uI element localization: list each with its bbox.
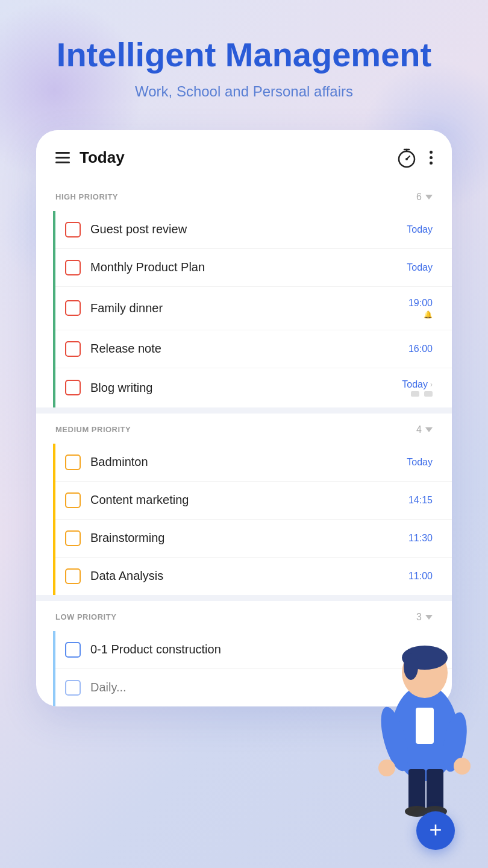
svg-point-4 [405, 158, 408, 160]
medium-priority-count[interactable]: 4 [416, 424, 433, 435]
table-row[interactable]: Data Analysis 11:00 [55, 558, 452, 595]
task-name: Daily... [90, 681, 127, 694]
task-time: 14:15 [408, 495, 433, 505]
phone-header: Today [36, 130, 452, 181]
task-checkbox[interactable] [65, 341, 81, 357]
task-checkbox[interactable] [65, 300, 81, 316]
task-checkbox[interactable] [65, 568, 81, 584]
task-name: Family dinner [90, 301, 163, 315]
medium-priority-header: MEDIUM PRIORITY 4 [36, 414, 452, 444]
timer-icon[interactable] [396, 147, 418, 169]
task-checkbox[interactable] [65, 642, 81, 658]
task-time: 11:30 [408, 533, 433, 543]
high-priority-header: HIGH PRIORITY 6 [36, 181, 452, 211]
add-task-fab-button[interactable]: + [416, 811, 455, 850]
task-name: Badminton [90, 455, 148, 469]
task-name: Blog writing [90, 381, 152, 395]
task-checkbox[interactable] [65, 680, 81, 696]
svg-rect-16 [427, 769, 443, 811]
high-priority-section: HIGH PRIORITY 6 Guest post review Today [36, 181, 452, 407]
app-sub-title: Work, School and Personal affairs [24, 83, 464, 100]
hamburger-menu-button[interactable] [55, 152, 70, 163]
table-row[interactable]: Family dinner 19:00 🔔 [55, 287, 452, 330]
table-row[interactable]: Guest post review Today [55, 211, 452, 249]
task-checkbox[interactable] [65, 380, 81, 395]
task-checkbox[interactable] [65, 260, 81, 275]
svg-rect-10 [416, 708, 434, 744]
high-priority-list: Guest post review Today Monthly Product … [53, 211, 452, 407]
app-main-title: Intelligent Management [24, 36, 464, 74]
subtask-icon [411, 391, 419, 397]
task-time: 16:00 [408, 344, 433, 354]
task-name: Release note [90, 342, 161, 356]
task-date: Today [407, 224, 433, 234]
table-row[interactable]: Blog writing Today › [55, 368, 452, 407]
table-row[interactable]: Content marketing 14:15 [55, 482, 452, 520]
task-name: Monthly Product Plan [90, 260, 205, 274]
task-checkbox[interactable] [65, 530, 81, 546]
high-priority-label: HIGH PRIORITY [55, 192, 118, 201]
task-name: 0-1 Product construction [90, 643, 221, 656]
table-row[interactable]: Badminton Today [55, 444, 452, 482]
task-name: Brainstorming [90, 531, 164, 545]
task-checkbox[interactable] [65, 454, 81, 470]
alarm-icon: 🔔 [424, 310, 433, 319]
task-name: Guest post review [90, 222, 187, 236]
task-date: Today [402, 379, 428, 390]
person-figure [361, 612, 488, 820]
task-date: Today [407, 262, 433, 272]
task-date: Today [407, 457, 433, 467]
high-priority-chevron[interactable] [425, 195, 433, 200]
more-options-button[interactable] [430, 151, 433, 165]
table-row[interactable]: Monthly Product Plan Today [55, 249, 452, 287]
task-checkbox[interactable] [65, 492, 81, 508]
medium-priority-section: MEDIUM PRIORITY 4 Badminton Today [36, 414, 452, 595]
svg-point-9 [404, 653, 418, 680]
section-divider [36, 407, 452, 414]
task-name: Data Analysis [90, 569, 163, 583]
section-divider [36, 595, 452, 601]
task-name: Content marketing [90, 493, 189, 507]
medium-priority-list: Badminton Today Content marketing 14:15 [53, 444, 452, 595]
svg-point-13 [378, 760, 395, 776]
table-row[interactable]: Brainstorming 11:30 [55, 520, 452, 558]
task-checkbox[interactable] [65, 222, 81, 237]
table-row[interactable]: Release note 16:00 [55, 330, 452, 368]
svg-rect-15 [408, 769, 425, 811]
high-priority-count[interactable]: 6 [416, 192, 433, 203]
task-time: 19:00 [408, 298, 433, 308]
page-title: Today [80, 148, 125, 167]
task-time: 11:00 [408, 571, 433, 581]
low-priority-label: LOW PRIORITY [55, 612, 116, 621]
note-icon [424, 391, 433, 397]
medium-priority-chevron[interactable] [425, 427, 433, 432]
medium-priority-label: MEDIUM PRIORITY [55, 425, 131, 434]
expand-icon: › [430, 380, 433, 389]
plus-icon: + [429, 819, 442, 841]
svg-point-14 [454, 758, 471, 775]
